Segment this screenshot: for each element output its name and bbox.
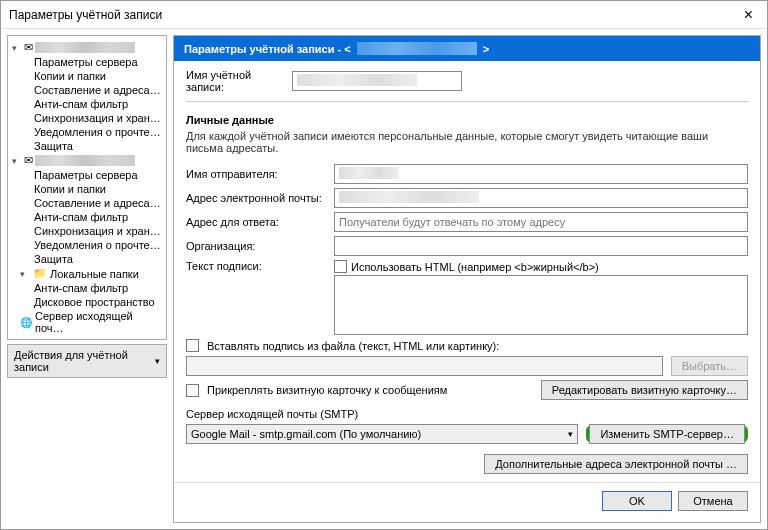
sidebar-item-antispam-local[interactable]: Анти-спам фильтр xyxy=(10,281,164,295)
additional-emails-button[interactable]: Дополнительные адреса электронной почты … xyxy=(484,454,748,474)
content-area: ▾✉ Параметры сервера Копии и папки Соста… xyxy=(1,29,767,529)
folder-icon: 📁 xyxy=(33,267,47,280)
sig-label: Текст подписи: xyxy=(186,260,326,272)
envelope-icon: ✉ xyxy=(24,154,33,167)
account-actions-label: Действия для учётной записи xyxy=(14,349,155,373)
sidebar-item-antispam[interactable]: Анти-спам фильтр xyxy=(10,210,164,224)
sidebar-item-security[interactable]: Защита xyxy=(10,252,164,266)
twisty-down-icon: ▾ xyxy=(12,156,22,166)
sidebar-item-receipts[interactable]: Уведомления о прочтении xyxy=(10,238,164,252)
smtp-selected-value: Google Mail - smtp.gmail.com (По умолчан… xyxy=(191,428,421,440)
redacted-value xyxy=(339,167,399,179)
main-panel: Параметры учётной записи - < > Имя учётн… xyxy=(173,35,761,523)
sidebar-item-compose[interactable]: Составление и адресация xyxy=(10,196,164,210)
sidebar-item-sync[interactable]: Синхронизация и хранение xyxy=(10,111,164,125)
outgoing-server-label: Сервер исходящей поч… xyxy=(35,310,162,334)
form-area: Имя учётной записи: Личные данные Для ка… xyxy=(174,61,760,482)
divider xyxy=(186,101,748,102)
highlight-annotation: Изменить SMTP-сервер… xyxy=(586,425,748,443)
choose-file-button: Выбрать… xyxy=(671,356,748,376)
attach-vcard-label: Прикреплять визитную карточку к сообщени… xyxy=(207,384,533,396)
sidebar-item-antispam[interactable]: Анти-спам фильтр xyxy=(10,97,164,111)
org-input[interactable] xyxy=(334,236,748,256)
twisty-down-icon: ▾ xyxy=(12,43,22,53)
use-html-label: Использовать HTML (например <b>жирный</b… xyxy=(351,261,599,273)
account-node-0[interactable]: ▾✉ xyxy=(10,40,164,55)
settings-dialog: Параметры учётной записи × ▾✉ Параметры … xyxy=(0,0,768,530)
sidebar-item-diskspace[interactable]: Дисковое пространство xyxy=(10,295,164,309)
account-name-label: Имя учётной записи: xyxy=(186,69,284,93)
dialog-footer: OK Отмена xyxy=(174,482,760,519)
use-html-checkbox[interactable] xyxy=(334,260,347,273)
cancel-button[interactable]: Отмена xyxy=(678,491,748,511)
signature-textarea[interactable] xyxy=(334,275,748,335)
edit-smtp-button[interactable]: Изменить SMTP-сервер… xyxy=(589,424,745,444)
envelope-icon: ✉ xyxy=(24,41,33,54)
account-name-input[interactable] xyxy=(292,71,462,91)
redacted-value xyxy=(297,74,417,86)
account-name-redacted xyxy=(35,42,135,53)
banner-suffix: > xyxy=(483,43,489,55)
redacted-value xyxy=(339,191,479,203)
edit-vcard-button[interactable]: Редактировать визитную карточку… xyxy=(541,380,748,400)
smtp-select[interactable]: Google Mail - smtp.gmail.com (По умолчан… xyxy=(186,424,578,444)
window-title: Параметры учётной записи xyxy=(9,8,738,22)
local-folders-node[interactable]: ▾📁Локальные папки xyxy=(10,266,164,281)
insert-sig-checkbox[interactable] xyxy=(186,339,199,352)
sidebar-item-receipts[interactable]: Уведомления о прочтении xyxy=(10,125,164,139)
ok-button[interactable]: OK xyxy=(602,491,672,511)
sender-name-label: Имя отправителя: xyxy=(186,168,326,180)
sidebar-item-compose[interactable]: Составление и адресация xyxy=(10,83,164,97)
email-label: Адрес электронной почты: xyxy=(186,192,326,204)
outgoing-server-node[interactable]: 🌐Сервер исходящей поч… xyxy=(10,309,164,335)
panel-header: Параметры учётной записи - < > xyxy=(174,36,760,61)
globe-icon: 🌐 xyxy=(20,317,32,328)
email-input[interactable] xyxy=(334,188,748,208)
insert-sig-label: Вставлять подпись из файла (текст, HTML … xyxy=(207,340,499,352)
chevron-down-icon: ▾ xyxy=(568,429,573,439)
sidebar-item-server-params[interactable]: Параметры сервера xyxy=(10,55,164,69)
sig-file-input[interactable] xyxy=(186,356,663,376)
reply-input[interactable] xyxy=(334,212,748,232)
account-node-1[interactable]: ▾✉ xyxy=(10,153,164,168)
sidebar-item-copies[interactable]: Копии и папки xyxy=(10,69,164,83)
account-tree: ▾✉ Параметры сервера Копии и папки Соста… xyxy=(7,35,167,340)
smtp-section-label: Сервер исходящей почты (SMTP) xyxy=(186,408,748,420)
sidebar-item-copies[interactable]: Копии и папки xyxy=(10,182,164,196)
tree-scroll[interactable]: ▾✉ Параметры сервера Копии и папки Соста… xyxy=(8,36,166,339)
account-name-redacted xyxy=(35,155,135,166)
personal-section-help: Для каждой учётной записи имеются персон… xyxy=(186,130,748,154)
org-label: Организация: xyxy=(186,240,326,252)
personal-section-title: Личные данные xyxy=(186,114,748,126)
chevron-down-icon: ▾ xyxy=(155,356,160,366)
banner-prefix: Параметры учётной записи - < xyxy=(184,43,351,55)
sidebar-column: ▾✉ Параметры сервера Копии и папки Соста… xyxy=(7,35,167,523)
reply-label: Адрес для ответа: xyxy=(186,216,326,228)
banner-account-redacted xyxy=(357,42,477,55)
close-icon[interactable]: × xyxy=(738,6,759,24)
attach-vcard-checkbox[interactable] xyxy=(186,384,199,397)
local-folders-label: Локальные папки xyxy=(50,268,139,280)
sender-name-input[interactable] xyxy=(334,164,748,184)
twisty-down-icon: ▾ xyxy=(20,269,30,279)
titlebar: Параметры учётной записи × xyxy=(1,1,767,29)
sidebar-item-server-params[interactable]: Параметры сервера xyxy=(10,168,164,182)
sidebar-item-security[interactable]: Защита xyxy=(10,139,164,153)
sidebar-item-sync[interactable]: Синхронизация и хранение xyxy=(10,224,164,238)
account-actions-button[interactable]: Действия для учётной записи ▾ xyxy=(7,344,167,378)
use-html-row[interactable]: Использовать HTML (например <b>жирный</b… xyxy=(334,260,748,273)
